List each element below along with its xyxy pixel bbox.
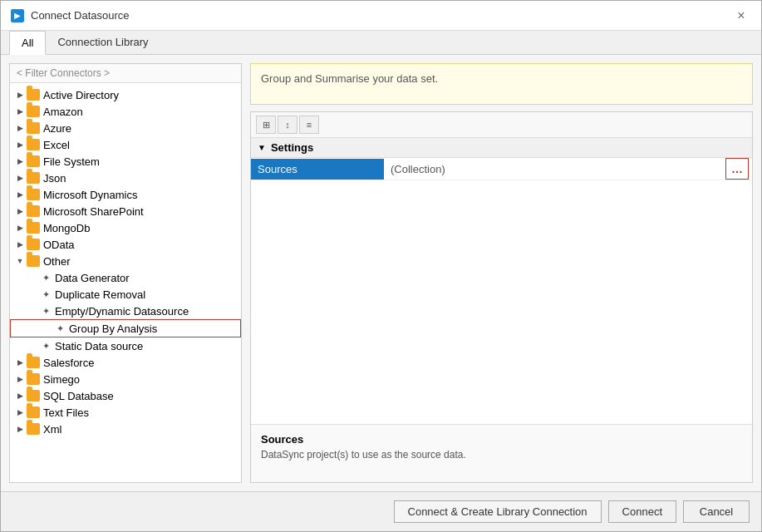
tree-item-salesforce[interactable]: ▶ Salesforce	[10, 354, 241, 371]
tree-item-static-data-source[interactable]: ✦ Static Data source	[10, 337, 241, 354]
tree-item-ms-sharepoint[interactable]: ▶ Microsoft SharePoint	[10, 203, 241, 219]
tree-item-empty-dynamic[interactable]: ✦ Empty/Dynamic Datasource	[10, 303, 241, 319]
folder-icon	[27, 106, 40, 117]
left-panel: < Filter Connectors > ▶ Active Directory…	[9, 63, 242, 483]
expand-icon: ▶	[13, 372, 27, 386]
expand-icon: ▶	[13, 105, 27, 118]
tree-item-azure[interactable]: ▶ Azure	[10, 120, 241, 136]
expand-icon: ▶	[13, 238, 27, 251]
title-bar-left: ▶ Connect Datasource	[11, 9, 130, 22]
expand-icon	[27, 339, 40, 352]
tree-item-active-directory[interactable]: ▶ Active Directory	[10, 86, 241, 103]
expand-icon	[27, 288, 40, 301]
title-bar: ▶ Connect Datasource ×	[1, 1, 761, 31]
tree-label: Azure	[43, 122, 71, 135]
tree-label: Amazon	[43, 106, 83, 118]
folder-icon	[27, 222, 40, 234]
grid-view-button[interactable]: ⊞	[256, 116, 276, 134]
tree-label: Simego	[43, 373, 80, 386]
folder-icon	[27, 155, 40, 167]
tree-item-json[interactable]: ▶ Json	[10, 170, 241, 186]
tree-label: Salesforce	[43, 357, 94, 369]
close-button[interactable]: ×	[731, 6, 751, 26]
expand-icon: ▶	[13, 121, 27, 135]
tree-label: OData	[43, 239, 75, 251]
tree-label: Text Files	[43, 406, 89, 419]
expand-icon: ▶	[13, 422, 27, 436]
settings-group-header[interactable]: ▼ Settings	[251, 138, 752, 158]
connect-button[interactable]: Connect	[608, 500, 676, 523]
tree-item-odata[interactable]: ▶ OData	[10, 236, 241, 253]
tree-item-sql-database[interactable]: ▶ SQL Database	[10, 387, 241, 404]
tab-connection-library[interactable]: Connection Library	[46, 31, 160, 55]
tab-all[interactable]: All	[9, 31, 46, 55]
connector-icon: ✦	[40, 340, 52, 352]
tree-item-data-generator[interactable]: ✦ Data Generator	[10, 269, 241, 286]
info-box: Group and Summarise your data set.	[250, 63, 753, 105]
tree-item-amazon[interactable]: ▶ Amazon	[10, 103, 241, 120]
tree-label: Other	[43, 255, 71, 268]
expand-icon: ▶	[13, 406, 27, 419]
tree-item-excel[interactable]: ▶ Excel	[10, 136, 241, 153]
tree-label: Static Data source	[55, 340, 143, 352]
connect-create-library-button[interactable]: Connect & Create Library Connection	[394, 500, 602, 523]
expand-icon: ▶	[13, 188, 27, 201]
settings-panel: ⊞ ↕ ≡ ▼ Settings Sources (Collection) …	[250, 111, 753, 483]
expand-icon: ▶	[13, 171, 27, 185]
tree-item-file-system[interactable]: ▶ File System	[10, 153, 241, 170]
settings-group-label: Settings	[271, 141, 313, 154]
expand-icon: ▶	[13, 221, 27, 234]
sort-button[interactable]: ↕	[278, 116, 297, 134]
folder-icon	[27, 423, 40, 435]
expand-icon	[41, 322, 54, 335]
tree-item-duplicate-removal[interactable]: ✦ Duplicate Removal	[10, 286, 241, 303]
tree-item-ms-dynamics[interactable]: ▶ Microsoft Dynamics	[10, 186, 241, 203]
folder-icon	[27, 89, 40, 101]
connector-icon: ✦	[40, 305, 52, 317]
tree-label: Empty/Dynamic Datasource	[55, 305, 189, 318]
dialog-title: Connect Datasource	[31, 9, 130, 22]
settings-key-sources[interactable]: Sources	[251, 159, 384, 180]
expand-icon: ▶	[13, 204, 27, 218]
settings-action-button[interactable]: …	[725, 158, 749, 180]
tree-item-text-files[interactable]: ▶ Text Files	[10, 404, 241, 421]
tree-item-other[interactable]: ▼ Other	[10, 253, 241, 269]
folder-icon	[27, 373, 40, 385]
tree-label: Data Generator	[55, 272, 130, 284]
tree-item-xml[interactable]: ▶ Xml	[10, 421, 241, 437]
tree-item-simego[interactable]: ▶ Simego	[10, 371, 241, 387]
tree-label: Xml	[43, 423, 61, 436]
settings-toolbar: ⊞ ↕ ≡	[251, 112, 752, 138]
tree-label: SQL Database	[43, 390, 114, 402]
connector-icon: ✦	[40, 272, 52, 283]
tabs-bar: All Connection Library	[1, 31, 761, 55]
connector-icon: ✦	[54, 323, 66, 334]
expand-icon	[27, 304, 40, 318]
tree-item-group-by-analysis[interactable]: ✦ Group By Analysis	[10, 319, 241, 337]
tree-label: Microsoft SharePoint	[43, 205, 144, 218]
list-view-button[interactable]: ≡	[299, 116, 319, 134]
filter-connectors[interactable]: < Filter Connectors >	[10, 64, 241, 83]
right-panel: Group and Summarise your data set. ⊞ ↕ ≡…	[250, 63, 753, 483]
settings-group: ▼ Settings Sources (Collection) …	[251, 138, 752, 424]
expand-icon: ▶	[13, 155, 27, 168]
folder-icon	[27, 139, 40, 150]
expand-icon	[27, 271, 40, 284]
folder-icon	[27, 239, 40, 250]
tree-label: Excel	[43, 139, 70, 151]
cancel-button[interactable]: Cancel	[683, 500, 750, 523]
folder-icon	[27, 172, 40, 184]
tree-item-mongodb[interactable]: ▶ MongoDb	[10, 219, 241, 236]
description-text: DataSync project(s) to use as the source…	[261, 449, 742, 461]
tree-label: Microsoft Dynamics	[43, 189, 137, 201]
connector-tree: ▶ Active Directory ▶ Amazon ▶ Azure	[10, 83, 241, 482]
tree-label: MongoDb	[43, 222, 90, 234]
description-title: Sources	[261, 433, 742, 446]
folder-icon	[27, 357, 40, 368]
folder-icon	[27, 390, 40, 401]
connector-icon: ✦	[40, 288, 52, 300]
expand-icon: ▶	[13, 88, 27, 101]
expand-icon: ▶	[13, 138, 27, 151]
folder-icon	[27, 205, 40, 217]
main-content: < Filter Connectors > ▶ Active Directory…	[1, 55, 761, 491]
